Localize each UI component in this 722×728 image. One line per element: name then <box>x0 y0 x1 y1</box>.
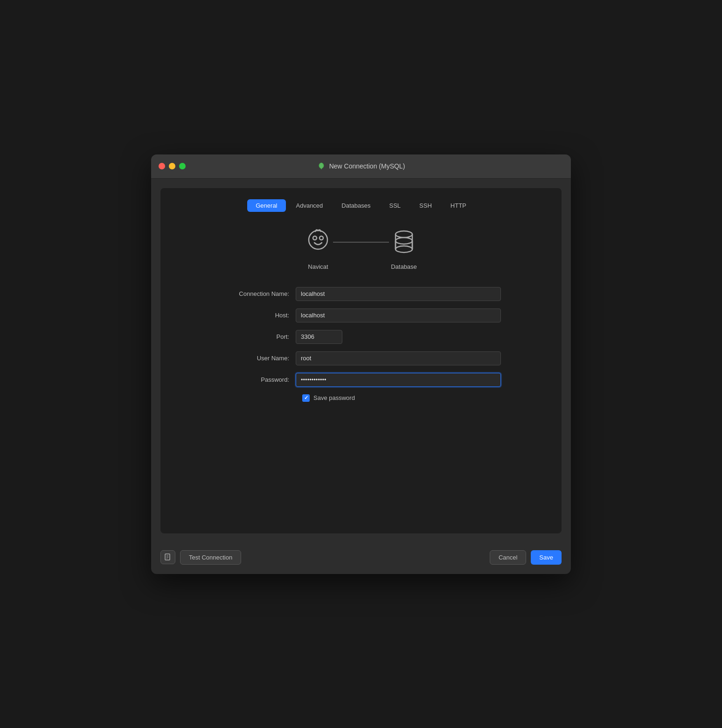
maximize-button[interactable] <box>179 163 186 169</box>
main-window: New Connection (MySQL) General Advanced … <box>151 154 571 574</box>
svg-point-2 <box>319 236 323 240</box>
save-password-row: Save password <box>302 394 501 402</box>
tab-databases[interactable]: Databases <box>333 199 379 212</box>
tab-ssl[interactable]: SSL <box>381 199 409 212</box>
database-icon <box>389 227 419 259</box>
port-label: Port: <box>221 333 296 340</box>
host-row: Host: <box>221 308 501 322</box>
footer-left: Test Connection <box>160 550 241 565</box>
app-icon <box>317 162 326 170</box>
username-row: User Name: <box>221 351 501 365</box>
connector-line <box>333 242 389 243</box>
document-icon <box>164 553 172 561</box>
navicat-icon <box>303 227 333 259</box>
window-title-area: New Connection (MySQL) <box>317 162 405 170</box>
password-label: Password: <box>221 376 296 383</box>
database-label: Database <box>391 263 417 270</box>
navicat-label: Navicat <box>308 263 328 270</box>
host-label: Host: <box>221 312 296 319</box>
footer: Test Connection Cancel Save <box>151 543 571 574</box>
traffic-lights <box>159 163 186 169</box>
port-input[interactable] <box>296 330 342 344</box>
port-row: Port: <box>221 330 501 344</box>
host-input[interactable] <box>296 308 501 322</box>
tab-http[interactable]: HTTP <box>442 199 475 212</box>
connection-name-label: Connection Name: <box>221 290 296 297</box>
tab-advanced[interactable]: Advanced <box>288 199 332 212</box>
content-panel: General Advanced Databases SSL SSH HTTP <box>160 188 562 533</box>
password-row: Password: <box>221 373 501 387</box>
test-connection-button[interactable]: Test Connection <box>180 550 241 565</box>
svg-point-0 <box>309 231 327 249</box>
navicat-diagram-item: Navicat <box>303 227 333 270</box>
connection-name-row: Connection Name: <box>221 287 501 301</box>
info-icon-button[interactable] <box>160 550 175 564</box>
connection-form: Connection Name: Host: Port: User Name: <box>221 287 501 402</box>
svg-point-3 <box>396 231 412 238</box>
tab-ssh[interactable]: SSH <box>411 199 440 212</box>
footer-right: Cancel Save <box>490 550 562 565</box>
database-diagram-item: Database <box>389 227 419 270</box>
cancel-button[interactable]: Cancel <box>490 550 526 565</box>
connection-diagram: Navicat <box>170 227 552 270</box>
save-password-label: Save password <box>313 394 355 401</box>
window-title: New Connection (MySQL) <box>329 162 405 170</box>
svg-point-8 <box>396 246 412 252</box>
minimize-button[interactable] <box>169 163 175 169</box>
password-input[interactable] <box>296 373 501 387</box>
svg-point-7 <box>396 238 412 244</box>
username-input[interactable] <box>296 351 501 365</box>
close-button[interactable] <box>159 163 165 169</box>
save-password-checkbox[interactable] <box>302 394 310 402</box>
username-label: User Name: <box>221 355 296 362</box>
svg-point-1 <box>313 236 317 240</box>
save-button[interactable]: Save <box>531 550 562 565</box>
window-body: General Advanced Databases SSL SSH HTTP <box>151 179 571 543</box>
connection-name-input[interactable] <box>296 287 501 301</box>
titlebar: New Connection (MySQL) <box>151 154 571 179</box>
tab-bar: General Advanced Databases SSL SSH HTTP <box>170 199 552 212</box>
tab-general[interactable]: General <box>247 199 285 212</box>
